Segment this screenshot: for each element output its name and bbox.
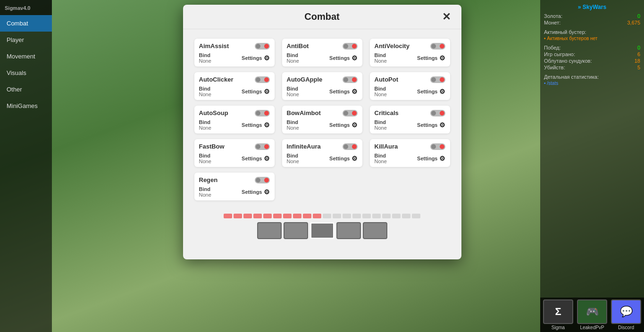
module-aimassist-header: AimAssist xyxy=(199,42,270,50)
toggle-knob xyxy=(256,111,260,116)
bind-value: None xyxy=(199,192,211,198)
settings-button-antibot[interactable]: Settings ⚙ xyxy=(329,54,357,62)
gear-icon: ⚙ xyxy=(264,155,270,162)
health-pip xyxy=(273,214,282,218)
module-regen-toggle[interactable] xyxy=(255,177,270,183)
module-autopot-name: AutoPot xyxy=(375,76,399,83)
toggle-track xyxy=(343,143,358,150)
module-antivelocity-toggle[interactable] xyxy=(430,43,445,50)
module-autosoup-name: AutoSoup xyxy=(199,109,228,116)
module-autogapple-toggle[interactable] xyxy=(343,76,358,83)
settings-button-antivelocity[interactable]: Settings ⚙ xyxy=(417,54,445,62)
toggle-knob xyxy=(256,178,260,183)
module-autoclicker-header: AutoClicker xyxy=(199,76,270,83)
settings-label: Settings xyxy=(242,122,262,128)
settings-button-regen[interactable]: Settings ⚙ xyxy=(242,188,269,196)
gear-icon: ⚙ xyxy=(264,121,270,129)
settings-button-aimassist[interactable]: Settings ⚙ xyxy=(242,54,269,62)
toggle-knob xyxy=(431,77,436,82)
settings-button-infiniteaura[interactable]: Settings ⚙ xyxy=(329,155,357,162)
module-infiniteaura-toggle[interactable] xyxy=(343,143,358,150)
bind-section: Bind None xyxy=(199,119,211,131)
settings-label: Settings xyxy=(242,89,262,94)
module-antibot-toggle[interactable] xyxy=(343,43,358,50)
toggle-dot xyxy=(264,144,269,149)
toggle-dot xyxy=(264,178,269,183)
module-autosoup-header: AutoSoup xyxy=(199,109,270,116)
settings-label: Settings xyxy=(242,156,262,161)
settings-button-autoclicker[interactable]: Settings ⚙ xyxy=(242,88,269,95)
module-autoclicker: AutoClicker Bind None xyxy=(194,72,275,100)
toggle-track xyxy=(430,110,445,116)
inventory-slot-3[interactable] xyxy=(310,222,335,239)
health-pip-empty xyxy=(333,214,341,218)
toggle-knob xyxy=(343,111,348,116)
settings-button-bowaimbot[interactable]: Settings ⚙ xyxy=(329,121,357,129)
module-autoclicker-toggle[interactable] xyxy=(255,76,270,83)
bind-section: Bind None xyxy=(375,52,387,64)
module-infiniteaura: InfiniteAura Bind None xyxy=(282,139,362,167)
module-antibot-header: AntiBot xyxy=(287,42,358,50)
bind-section: Bind None xyxy=(199,153,211,164)
module-killaura-footer: Bind None Settings ⚙ xyxy=(375,153,445,164)
module-criticals-footer: Bind None Settings ⚙ xyxy=(375,119,445,131)
module-autosoup: AutoSoup Bind None xyxy=(194,106,275,133)
module-autopot: AutoPot Bind None xyxy=(370,72,450,100)
module-autosoup-footer: Bind None Settings ⚙ xyxy=(199,119,270,131)
toggle-track xyxy=(343,76,358,83)
bind-label: Bind xyxy=(375,153,387,158)
module-autosoup-toggle[interactable] xyxy=(255,110,270,116)
module-antibot-footer: Bind None Settings ⚙ xyxy=(287,52,358,64)
settings-button-killaura[interactable]: Settings ⚙ xyxy=(417,155,445,162)
inventory-slot-4[interactable] xyxy=(336,222,361,239)
module-criticals-toggle[interactable] xyxy=(430,110,445,116)
inventory-slot-5[interactable] xyxy=(363,222,387,239)
bind-section: Bind None xyxy=(199,52,211,64)
toggle-track xyxy=(430,76,445,83)
settings-button-fastbow[interactable]: Settings ⚙ xyxy=(242,155,269,162)
module-criticals-name: Criticals xyxy=(375,109,399,116)
bind-label: Bind xyxy=(287,153,299,158)
bind-label: Bind xyxy=(375,86,387,91)
module-antivelocity-name: AntiVelocity xyxy=(375,42,410,50)
bind-section: Bind None xyxy=(287,153,299,164)
module-fastbow-toggle[interactable] xyxy=(255,143,270,150)
module-regen: Regen Bind None xyxy=(194,173,275,200)
bind-value: None xyxy=(375,125,387,131)
module-autopot-toggle[interactable] xyxy=(430,76,445,83)
settings-button-criticals[interactable]: Settings ⚙ xyxy=(417,121,445,129)
bind-section: Bind None xyxy=(375,153,387,164)
module-killaura-toggle[interactable] xyxy=(430,143,445,150)
bind-value: None xyxy=(287,58,299,64)
module-antivelocity: AntiVelocity Bind None xyxy=(370,39,450,66)
toggle-knob xyxy=(256,144,260,149)
health-pip xyxy=(303,214,311,218)
module-killaura-header: KillAura xyxy=(375,143,445,150)
module-autogapple: AutoGApple Bind None xyxy=(282,72,362,100)
module-aimassist: AimAssist Bind None xyxy=(194,39,275,66)
settings-button-autosoup[interactable]: Settings ⚙ xyxy=(242,121,269,129)
module-fastbow-header: FastBow xyxy=(199,143,270,150)
settings-label: Settings xyxy=(329,156,350,161)
bind-value: None xyxy=(287,91,299,97)
health-pip xyxy=(234,214,242,218)
bind-label: Bind xyxy=(287,86,299,91)
module-bowaimbot-toggle[interactable] xyxy=(343,110,358,116)
toggle-dot xyxy=(352,77,357,82)
bind-label: Bind xyxy=(199,86,211,91)
settings-label: Settings xyxy=(417,55,437,61)
inventory-slot-2[interactable] xyxy=(284,222,308,239)
settings-button-autopot[interactable]: Settings ⚙ xyxy=(417,88,445,95)
bind-section: Bind None xyxy=(375,86,387,97)
module-aimassist-toggle[interactable] xyxy=(255,43,270,50)
settings-button-autogapple[interactable]: Settings ⚙ xyxy=(329,88,357,95)
close-button[interactable]: ✕ xyxy=(439,9,454,25)
gear-icon: ⚙ xyxy=(439,155,445,162)
inventory-slot-1[interactable] xyxy=(257,222,282,239)
settings-label: Settings xyxy=(242,55,262,61)
toggle-knob xyxy=(343,77,348,82)
bind-section: Bind None xyxy=(375,119,387,131)
health-pip-empty xyxy=(392,214,401,218)
module-antibot-name: AntiBot xyxy=(287,42,309,50)
bind-label: Bind xyxy=(375,52,387,58)
